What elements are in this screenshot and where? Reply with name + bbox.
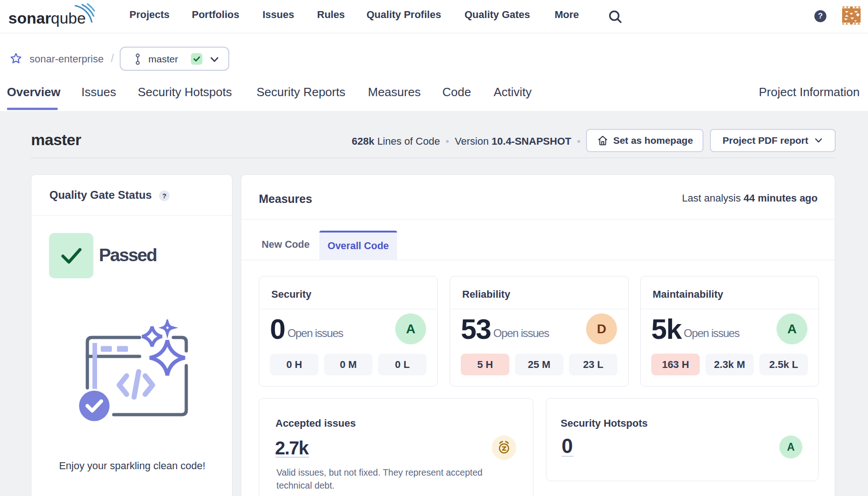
svg-text:qube: qube [51,9,86,27]
svg-text:sonar: sonar [8,9,51,27]
